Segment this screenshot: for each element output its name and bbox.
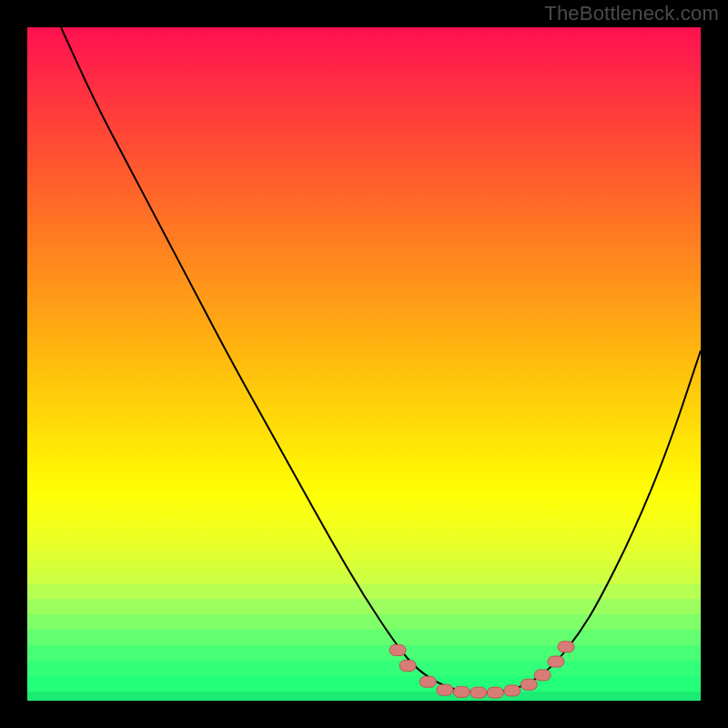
- watermark-text: TheBottleneck.com: [544, 2, 719, 25]
- band: [27, 584, 701, 599]
- chart-stage: TheBottleneck.com: [0, 0, 728, 728]
- background-gradient: [27, 27, 701, 584]
- band: [27, 645, 701, 661]
- band: [27, 661, 701, 675]
- band: [27, 692, 701, 701]
- band: [27, 599, 701, 614]
- band: [27, 614, 701, 630]
- band: [27, 630, 701, 645]
- band: [27, 676, 701, 692]
- plot-area: [27, 27, 701, 701]
